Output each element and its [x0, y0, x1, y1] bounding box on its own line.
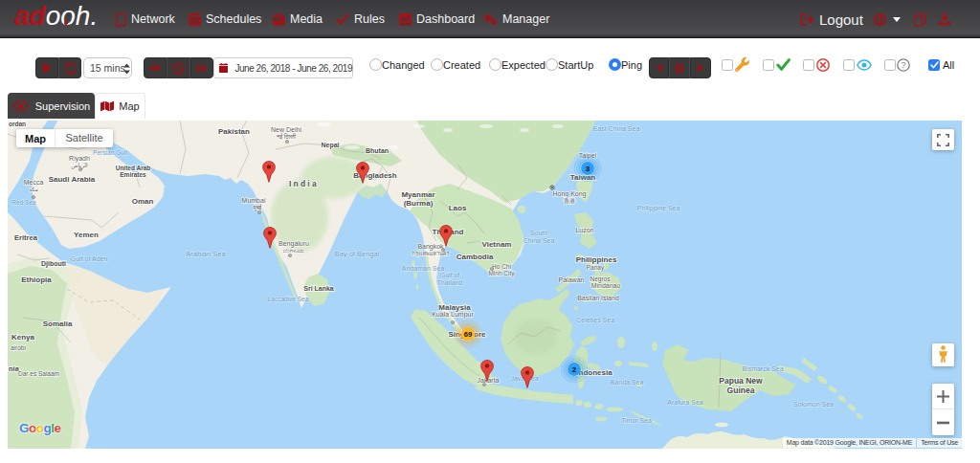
svg-text:Philippines: Philippines [576, 255, 617, 264]
svg-text:airobi: airobi [11, 344, 26, 351]
svg-text:Kuala Lumpur: Kuala Lumpur [432, 311, 474, 319]
svg-text:Nepal: Nepal [321, 142, 339, 149]
svg-text:Myanmar: Myanmar [401, 190, 434, 199]
svg-text:Laccadive Sea: Laccadive Sea [268, 296, 309, 302]
svg-text:Philippine Sea: Philippine Sea [637, 205, 680, 212]
svg-text:Mindanao: Mindanao [591, 282, 621, 289]
svg-text:Vietnam: Vietnam [482, 240, 512, 249]
svg-text:Red Sea: Red Sea [11, 199, 36, 206]
svg-text:Bangkok: Bangkok [417, 243, 444, 251]
svg-text:नई दिल्ली: नई दिल्ली [276, 133, 297, 140]
svg-text:Mecca: Mecca [24, 179, 44, 186]
svg-text:Gulf of Aden: Gulf of Aden [71, 255, 108, 262]
svg-text:South: South [530, 230, 547, 236]
svg-text:Eritrea: Eritrea [14, 233, 38, 242]
svg-text:New Delhi: New Delhi [271, 126, 301, 133]
svg-text:Celebes Sea: Celebes Sea [576, 317, 614, 323]
svg-text:United Arab: United Arab [116, 165, 151, 171]
svg-text:Ho Chi: Ho Chi [492, 263, 511, 270]
svg-text:Ethiopia: Ethiopia [21, 276, 52, 284]
svg-text:ordan: ordan [9, 121, 26, 127]
svg-text:Riyadh: Riyadh [69, 155, 90, 163]
svg-text:Panay: Panay [587, 264, 605, 272]
svg-text:Andaman Sea: Andaman Sea [402, 265, 444, 272]
svg-text:Bhutan: Bhutan [366, 147, 389, 154]
svg-text:Timor Sea: Timor Sea [621, 417, 652, 424]
svg-text:Luzon: Luzon [575, 227, 593, 233]
svg-text:Kenya: Kenya [11, 333, 35, 342]
svg-text:Laos: Laos [449, 204, 467, 212]
svg-text:Guinea: Guinea [727, 386, 755, 395]
svg-text:กรุงเทพมหานคร: กรุงเทพมหานคร [412, 251, 450, 257]
svg-text:China Sea: China Sea [523, 237, 555, 244]
svg-text:East China Sea: East China Sea [593, 125, 640, 132]
svg-text:Bengaluru: Bengaluru [278, 240, 309, 248]
svg-text:?: ? [901, 60, 905, 70]
svg-text:3: 3 [586, 165, 590, 173]
svg-text:(Burma): (Burma) [404, 199, 434, 208]
svg-text:मुंबई: मुंबई [253, 204, 262, 211]
svg-text:Cambodia: Cambodia [457, 253, 494, 261]
svg-text:India: India [289, 179, 319, 188]
svg-text:Pakistan: Pakistan [218, 127, 250, 136]
svg-text:Gulf of: Gulf of [440, 272, 460, 278]
svg-text:Hong Kong: Hong Kong [552, 190, 586, 198]
svg-text:Sri Lanka: Sri Lanka [303, 285, 334, 292]
svg-text:Persian Gulf: Persian Gulf [93, 149, 127, 156]
svg-text:Arafura Sea: Arafura Sea [667, 399, 702, 406]
svg-text:Somalia: Somalia [43, 320, 73, 328]
svg-text:Dar es Salaam: Dar es Salaam [18, 370, 59, 377]
svg-text:Solomon Sea: Solomon Sea [793, 401, 834, 408]
svg-text:Thailand: Thailand [437, 279, 463, 286]
svg-text:Minh City: Minh City [488, 270, 515, 277]
svg-text:Emirates: Emirates [120, 171, 146, 178]
svg-text:ಬೆಂಗಳೂರು: ಬೆಂಗಳೂರು [283, 248, 305, 254]
svg-text:Basilan Island: Basilan Island [577, 295, 619, 301]
svg-text:Yemen: Yemen [74, 231, 99, 239]
svg-text:Oman: Oman [132, 197, 154, 206]
svg-text:Papua New: Papua New [719, 376, 763, 386]
svg-text:Bismarck Sea: Bismarck Sea [742, 365, 783, 372]
svg-text:Djibouti: Djibouti [41, 260, 66, 268]
svg-text:Mumbai: Mumbai [242, 197, 266, 204]
svg-text:Bay of Bengal: Bay of Bengal [335, 250, 380, 258]
svg-text:2: 2 [572, 365, 577, 374]
svg-text:مكة: مكة [29, 187, 38, 192]
svg-text:69: 69 [464, 330, 472, 339]
svg-text:Palawan: Palawan [559, 276, 585, 283]
svg-text:Saudi Arabia: Saudi Arabia [49, 175, 96, 184]
svg-text:Banda Sea: Banda Sea [611, 379, 644, 386]
svg-text:香港: 香港 [564, 197, 575, 205]
svg-text:Arabian Sea: Arabian Sea [186, 250, 226, 258]
